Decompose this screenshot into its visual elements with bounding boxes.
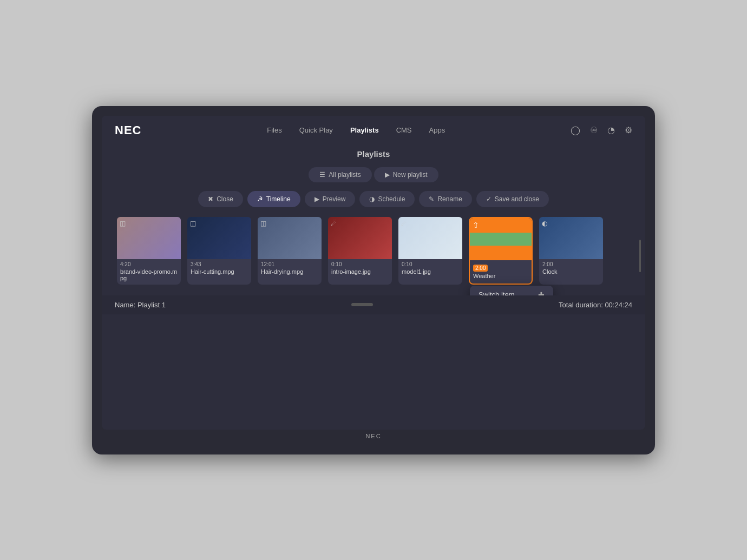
timeline-button[interactable]: ☭ Timeline bbox=[247, 191, 300, 207]
schedule-button[interactable]: ◑ Schedule bbox=[359, 191, 415, 207]
drag-handle[interactable] bbox=[351, 303, 373, 306]
nav-links: Files Quick Play Playlists CMS Apps bbox=[267, 126, 445, 134]
add-icon: ✚ bbox=[538, 291, 545, 295]
video-icon: ◫ bbox=[120, 220, 126, 227]
item-name: model1.jpg bbox=[402, 268, 459, 275]
item-duration: 12:01 bbox=[261, 261, 318, 267]
plus-icon: ▶ bbox=[385, 171, 390, 179]
all-playlists-tab[interactable]: ☰ All playlists bbox=[309, 167, 371, 182]
playlist-item[interactable]: ◫ 3:43 Hair-cutting.mpg bbox=[187, 217, 251, 285]
close-button[interactable]: ✖ Close bbox=[198, 191, 243, 207]
playlist-item[interactable]: ◫ 4:20 brand-video-promo.mpg bbox=[117, 217, 181, 285]
context-menu: Switch item ✚ Duration 03:00 ✖ Reorder bbox=[470, 286, 553, 295]
tabs-row: ☰ All playlists ▶ New playlist bbox=[102, 161, 645, 187]
nav-files[interactable]: Files bbox=[267, 126, 281, 134]
rename-button[interactable]: ✎ Rename bbox=[419, 191, 471, 207]
section-title: Playlists bbox=[102, 145, 645, 161]
item-name: Hair-drying.mpg bbox=[261, 268, 318, 275]
image-icon: ☄ bbox=[401, 220, 407, 227]
playlist-area: ◫ 4:20 brand-video-promo.mpg ◫ 3:43 bbox=[102, 217, 645, 295]
weather-playlist-item[interactable]: ⇧ 2:00 Weather Switch item ✚ Duration bbox=[469, 217, 533, 285]
all-playlists-label: All playlists bbox=[329, 171, 361, 179]
item-thumbnail: ◫ bbox=[187, 217, 251, 259]
item-thumbnail: ⇧ bbox=[470, 218, 532, 260]
timeline-icon: ☭ bbox=[257, 195, 263, 203]
nav-apps[interactable]: Apps bbox=[429, 126, 445, 134]
image-icon: ☄ bbox=[331, 220, 337, 227]
new-playlist-label: New playlist bbox=[393, 171, 428, 179]
item-duration: 3:43 bbox=[191, 261, 248, 267]
wifi-icon[interactable]: ◔ bbox=[607, 125, 615, 135]
rename-icon: ✎ bbox=[429, 195, 434, 203]
video-icon: ◫ bbox=[260, 220, 266, 227]
schedule-icon: ◑ bbox=[369, 195, 375, 203]
item-thumbnail: ◫ bbox=[117, 217, 181, 259]
toolbar: ✖ Close ☭ Timeline ▶ Preview ◑ Schedule … bbox=[102, 187, 645, 217]
save-icon: ✓ bbox=[486, 195, 492, 203]
playlist-item[interactable]: ◫ 12:01 Hair-drying.mpg bbox=[258, 217, 322, 285]
item-duration: 2:00 bbox=[473, 265, 488, 272]
nav-playlists[interactable]: Playlists bbox=[350, 126, 379, 134]
nec-logo: NEC bbox=[115, 123, 141, 137]
playlist-item[interactable]: ☄ 0:10 model1.jpg bbox=[398, 217, 462, 285]
widget-icon: ⇧ bbox=[473, 221, 479, 229]
save-close-button[interactable]: ✓ Save and close bbox=[476, 191, 549, 207]
item-thumbnail: ☄ bbox=[328, 217, 392, 259]
item-name: Weather bbox=[473, 273, 528, 279]
user-icon[interactable]: ◯ bbox=[571, 125, 580, 135]
close-icon: ✖ bbox=[208, 195, 213, 203]
item-duration: 0:10 bbox=[331, 261, 389, 267]
header-icons: ◯ ♾ ◔ ⚙ bbox=[571, 125, 632, 135]
item-name: Clock bbox=[542, 268, 600, 275]
bottom-bar: Name: Playlist 1 Total duration: 00:24:2… bbox=[102, 295, 645, 314]
playlist-name: Name: Playlist 1 bbox=[115, 301, 166, 309]
item-duration: 4:20 bbox=[120, 261, 178, 267]
item-duration: 2:00 bbox=[542, 261, 600, 267]
item-name: brand-video-promo.mpg bbox=[120, 268, 178, 281]
item-name: intro-image.jpg bbox=[331, 268, 389, 275]
item-thumbnail: ☄ bbox=[398, 217, 462, 259]
preview-icon: ▶ bbox=[314, 195, 319, 203]
new-playlist-tab[interactable]: ▶ New playlist bbox=[374, 167, 438, 182]
item-duration: 0:10 bbox=[402, 261, 459, 267]
nav-quickplay[interactable]: Quick Play bbox=[299, 126, 333, 134]
preview-button[interactable]: ▶ Preview bbox=[305, 191, 356, 207]
header: NEC Files Quick Play Playlists CMS Apps … bbox=[102, 116, 645, 145]
item-thumbnail: ◐ bbox=[539, 217, 603, 259]
item-name: Hair-cutting.mpg bbox=[191, 268, 248, 275]
ctx-switch-label: Switch item bbox=[479, 291, 514, 295]
scrollbar[interactable] bbox=[639, 240, 641, 272]
settings-icon[interactable]: ⚙ bbox=[625, 125, 632, 135]
brand-label: NEC bbox=[102, 433, 645, 439]
nav-cms[interactable]: CMS bbox=[396, 126, 412, 134]
list-icon: ☰ bbox=[319, 171, 325, 179]
ctx-switch-item[interactable]: Switch item ✚ bbox=[470, 286, 553, 295]
playlist-item[interactable]: ☄ 0:10 intro-image.jpg bbox=[328, 217, 392, 285]
clock-icon: ◐ bbox=[542, 220, 547, 227]
video-icon: ◫ bbox=[190, 220, 196, 227]
clock-playlist-item[interactable]: ◐ 2:00 Clock bbox=[539, 217, 603, 285]
total-duration: Total duration: 00:24:24 bbox=[559, 301, 632, 309]
item-thumbnail: ◫ bbox=[258, 217, 322, 259]
globe-icon[interactable]: ♾ bbox=[590, 125, 598, 135]
